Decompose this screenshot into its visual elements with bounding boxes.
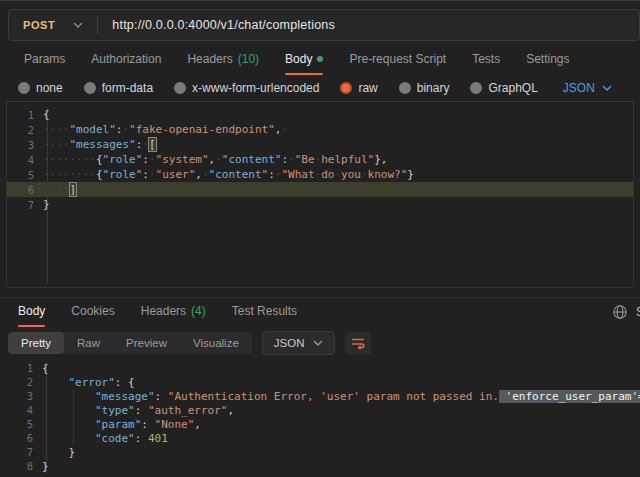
tab-label: Headers	[141, 304, 186, 318]
line-number: 2	[7, 124, 43, 136]
body-mode-label: form-data	[102, 81, 153, 95]
body-mode-binary[interactable]: binary	[399, 81, 450, 95]
code-text: "param": "None",	[42, 418, 201, 431]
code-text: "message": "Authentication Error, 'user'…	[42, 390, 640, 403]
code-text: {	[43, 108, 50, 121]
tab-params[interactable]: Params	[12, 47, 77, 73]
body-mode-graphql[interactable]: GraphQL	[470, 81, 537, 95]
body-mode-x-www-form-urlencoded[interactable]: x-www-form-urlencoded	[174, 81, 319, 95]
body-mode-label: binary	[417, 81, 450, 95]
code-text: ····"model":·"fake-openai-endpoint",·	[43, 123, 288, 136]
tab-headers[interactable]: Headers(10)	[175, 47, 271, 73]
response-type-dropdown[interactable]: JSON	[262, 331, 336, 355]
response-tab-body[interactable]: Body	[6, 299, 57, 325]
clipped-status-text: S	[636, 305, 640, 319]
tab-label: Cookies	[71, 304, 114, 318]
request-url-bar: POST http://0.0.0.0:4000/v1/chat/complet…	[8, 9, 640, 41]
line-number: 1	[6, 362, 42, 374]
tab-count-badge: (4)	[191, 304, 206, 318]
line-number: 5	[6, 418, 42, 430]
response-type-label: JSON	[274, 337, 305, 349]
code-text: ····"messages":·[	[43, 138, 156, 151]
code-line: 4 "type": "auth_error",	[6, 403, 634, 417]
globe-icon[interactable]	[612, 304, 628, 320]
body-mode-raw[interactable]: raw	[340, 81, 377, 95]
response-body-viewer[interactable]: 1{2 "error": {3 "message": "Authenticati…	[6, 357, 634, 477]
tab-label: Params	[24, 52, 65, 66]
line-number: 8	[6, 460, 42, 472]
radio-icon	[470, 82, 482, 94]
tab-count-badge: (10)	[238, 52, 259, 66]
code-text: "type": "auth_error",	[42, 404, 234, 417]
line-number: 4	[6, 404, 42, 416]
line-number: 7	[6, 446, 42, 458]
line-number: 6	[6, 432, 42, 444]
tab-body[interactable]: Body	[273, 47, 335, 73]
code-text: }	[42, 460, 49, 473]
code-text: ········{"role":·"user",·"content":·"Wha…	[43, 168, 414, 181]
radio-icon	[84, 82, 96, 94]
radio-icon	[399, 82, 411, 94]
view-raw[interactable]: Raw	[64, 332, 113, 354]
tab-authorization[interactable]: Authorization	[79, 47, 173, 73]
method-label: POST	[23, 19, 55, 31]
response-toolbar: PrettyRawPreviewVisualize JSON	[8, 331, 640, 355]
view-preview[interactable]: Preview	[113, 332, 180, 354]
tab-pre-request-script[interactable]: Pre-request Script	[337, 47, 458, 73]
code-line: 6 "code": 401	[6, 431, 634, 445]
tab-label: Settings	[526, 52, 569, 66]
code-line: 1{	[7, 107, 633, 122]
code-line: 4········{"role":·"system",·"content":·"…	[7, 152, 633, 167]
wrap-text-icon	[350, 336, 366, 350]
code-line: 7}	[7, 197, 633, 212]
tab-label: Tests	[472, 52, 500, 66]
line-number: 5	[7, 169, 43, 181]
line-number: 2	[6, 376, 42, 388]
response-tabs: BodyCookiesHeaders(4)Test Results S	[0, 297, 640, 325]
wrap-text-button[interactable]	[345, 332, 371, 355]
body-mode-label: none	[36, 81, 63, 95]
code-line: 1{	[6, 361, 634, 375]
url-input[interactable]: http://0.0.0.0:4000/v1/chat/completions	[98, 18, 335, 32]
tab-tests[interactable]: Tests	[460, 47, 512, 73]
tab-label: Authorization	[91, 52, 161, 66]
chevron-down-icon	[313, 340, 323, 346]
body-mode-none[interactable]: none	[18, 81, 63, 95]
response-tab-headers[interactable]: Headers(4)	[129, 299, 218, 325]
line-number: 3	[7, 139, 43, 151]
code-text: }	[42, 446, 75, 459]
radio-icon	[18, 82, 30, 94]
view-pretty[interactable]: Pretty	[8, 332, 64, 354]
method-dropdown[interactable]: POST	[9, 10, 97, 40]
tab-label: Body	[18, 304, 45, 318]
tab-settings[interactable]: Settings	[514, 47, 581, 73]
raw-type-dropdown[interactable]: JSON	[563, 81, 612, 95]
line-number: 1	[7, 109, 43, 121]
code-line: 6····]	[7, 182, 633, 197]
body-mode-form-data[interactable]: form-data	[84, 81, 153, 95]
view-visualize[interactable]: Visualize	[180, 332, 252, 354]
code-text: "code": 401	[42, 432, 168, 445]
request-body-editor[interactable]: 1{2····"model":·"fake-openai-endpoint",·…	[6, 101, 634, 288]
request-tabs: ParamsAuthorizationHeaders(10)BodyPre-re…	[0, 47, 640, 73]
response-tab-cookies[interactable]: Cookies	[59, 299, 126, 325]
response-tabs-right: S	[612, 298, 640, 325]
code-line: 3 "message": "Authentication Error, 'use…	[6, 389, 634, 403]
tab-label: Pre-request Script	[349, 52, 446, 66]
body-mode-label: GraphQL	[488, 81, 537, 95]
body-mode-row: noneform-datax-www-form-urlencodedrawbin…	[0, 77, 640, 99]
code-line: 2 "error": {	[6, 375, 634, 389]
radio-icon	[340, 82, 352, 94]
line-number: 6	[7, 184, 43, 196]
response-view-switcher: PrettyRawPreviewVisualize	[8, 332, 252, 354]
line-number: 7	[7, 199, 43, 211]
line-number: 3	[6, 390, 42, 402]
chevron-down-icon	[73, 22, 83, 28]
tab-label: Headers	[187, 52, 232, 66]
response-tab-test-results[interactable]: Test Results	[220, 299, 309, 325]
tab-label: Test Results	[232, 304, 297, 318]
code-text: }	[43, 198, 50, 211]
code-line: 5 "param": "None",	[6, 417, 634, 431]
code-line: 2····"model":·"fake-openai-endpoint",·	[7, 122, 633, 137]
body-filled-dot-icon	[317, 56, 323, 62]
